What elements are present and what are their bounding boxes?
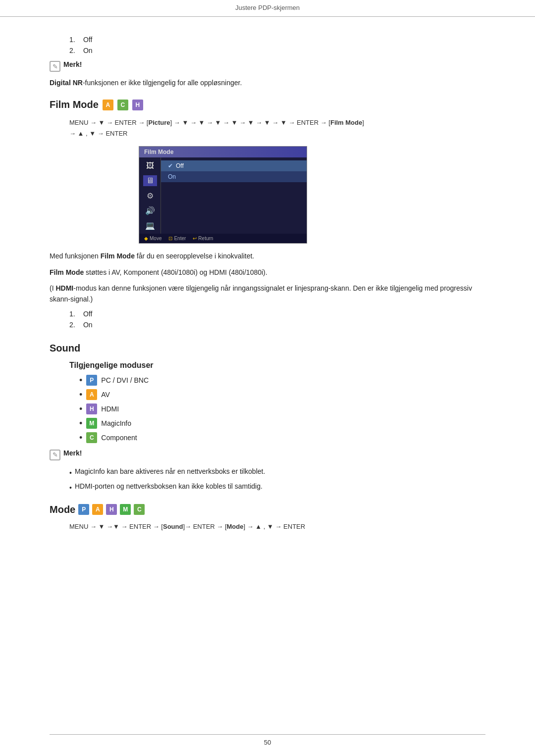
badge-a2: A xyxy=(86,389,97,400)
icon-item-5: 💻 xyxy=(143,220,157,231)
icon-item-2: 🖥 xyxy=(143,175,157,186)
footer-move-label: Move xyxy=(150,236,161,241)
footer-return: ↩ Return xyxy=(193,236,213,241)
mode-badge-p: P xyxy=(78,504,89,515)
note-bullet-text-1: MagicInfo kan bare aktiveres når en nett… xyxy=(75,466,265,477)
item1-label: Off xyxy=(83,36,92,44)
film-item2-num: 2. xyxy=(69,321,81,329)
magic-label: MagicInfo xyxy=(101,419,131,427)
badge-c: C xyxy=(117,100,128,110)
screenshot-title: Film Mode xyxy=(139,147,307,157)
return-icon: ↩ xyxy=(193,236,197,241)
film-mode-title: Film Mode xyxy=(50,99,99,110)
badge-a: A xyxy=(103,100,113,110)
film-mode-screenshot: Film Mode 🖼 🖥 ⚙ 🔊 💻 ✔Off On xyxy=(139,146,307,244)
sound-heading: Sound xyxy=(50,343,485,354)
bullet-dot-5: • xyxy=(79,433,82,442)
note-icon-2: ✎ xyxy=(50,450,60,460)
content-area: 1. Off 2. On ✎ Merk! Digital NR-funksjon… xyxy=(0,17,535,569)
note-label-1: Merk! xyxy=(63,60,82,68)
bullet-dot-3: • xyxy=(79,404,82,413)
pc-label: PC / DVI / BNC xyxy=(101,376,149,384)
move-icon: ◆ xyxy=(144,236,148,241)
menu-screenshot: Film Mode 🖼 🖥 ⚙ 🔊 💻 ✔Off On xyxy=(139,146,307,244)
item2-label: On xyxy=(83,47,93,54)
bullet-dot-4: • xyxy=(79,419,82,428)
note-bullet-1: • MagicInfo kan bare aktiveres når en ne… xyxy=(69,466,485,478)
badge-item-component: • C Component xyxy=(79,432,485,443)
film-list-item-1: 1. Off xyxy=(69,310,485,318)
note-dot-1: • xyxy=(69,468,72,478)
note-icon-1: ✎ xyxy=(50,61,60,72)
list-item-2: 2. On xyxy=(69,47,485,54)
film-list-item-2: 2. On xyxy=(69,321,485,329)
footer-enter-label: Enter xyxy=(174,236,186,241)
film-item1-num: 1. xyxy=(69,310,81,318)
badge-m: M xyxy=(86,418,97,429)
screenshot-icons: 🖼 🖥 ⚙ 🔊 💻 xyxy=(139,157,161,234)
mode-badge-a: A xyxy=(92,504,103,515)
icon-item-3: ⚙ xyxy=(143,190,157,201)
badge-h: H xyxy=(132,100,143,110)
footer-move: ◆ Move xyxy=(144,236,161,241)
option-on: On xyxy=(161,171,307,182)
screenshot-body: 🖼 🖥 ⚙ 🔊 💻 ✔Off On xyxy=(139,157,307,234)
film-mode-nav: MENU → ▼ → ENTER → [Picture] → ▼ → ▼ → ▼… xyxy=(69,117,485,139)
mode-badge-h: H xyxy=(106,504,117,515)
note-description-1: Digital NR-funksjonen er ikke tilgjengel… xyxy=(50,78,485,88)
film-mode-desc1: Med funksjonen Film Mode får du en seero… xyxy=(50,251,485,261)
screenshot-options: ✔Off On xyxy=(161,157,307,234)
screenshot-footer: ◆ Move ⊡ Enter ↩ Return xyxy=(139,234,307,243)
mode-badge-m: M xyxy=(120,504,131,515)
footer-return-label: Return xyxy=(198,236,213,241)
mode-heading: Mode P A H M C xyxy=(50,504,485,515)
film-mode-heading: Film Mode A C H xyxy=(50,99,485,110)
badge-g: C xyxy=(86,432,97,443)
badge-p: P xyxy=(86,375,97,386)
item2-number: 2. xyxy=(69,47,81,54)
list-item-1: 1. Off xyxy=(69,36,485,44)
av-label: AV xyxy=(101,391,110,399)
top-numbered-list: 1. Off 2. On xyxy=(69,36,485,54)
badge-item-av: • A AV xyxy=(79,389,485,400)
badge-item-magic: • M MagicInfo xyxy=(79,418,485,429)
hdmi-label: HDMI xyxy=(101,405,119,413)
icon-item-4: 🔊 xyxy=(143,205,157,216)
note-bullet-text-2: HDMI-porten og nettverksboksen kan ikke … xyxy=(75,481,263,492)
page-container: Justere PDP-skjermen 1. Off 2. On ✎ Merk… xyxy=(0,0,535,756)
sound-badge-list: • P PC / DVI / BNC • A AV • H HDMI • M M… xyxy=(79,375,485,443)
film-item1-label: Off xyxy=(83,310,92,318)
component-label: Component xyxy=(101,434,137,442)
film-mode-desc2: Film Mode støttes i AV, Komponent (480i/… xyxy=(50,267,485,278)
note-bullet-list: • MagicInfo kan bare aktiveres når en ne… xyxy=(69,466,485,493)
enter-icon: ⊡ xyxy=(168,236,172,241)
note-label-2: Merk! xyxy=(63,449,82,457)
film-mode-desc3: (I HDMI-modus kan denne funksjonen være … xyxy=(50,283,485,305)
item1-number: 1. xyxy=(69,36,81,44)
sound-sub-heading: Tilgjengelige moduser xyxy=(69,361,485,370)
page-header: Justere PDP-skjermen xyxy=(0,0,535,17)
film-item2-label: On xyxy=(83,321,93,329)
badge-item-hdmi: • H HDMI xyxy=(79,403,485,414)
header-title: Justere PDP-skjermen xyxy=(235,4,300,11)
note-block-1: ✎ Merk! xyxy=(50,60,485,72)
mode-title: Mode xyxy=(50,504,75,515)
badge-item-pc: • P PC / DVI / BNC xyxy=(79,375,485,386)
film-mode-list: 1. Off 2. On xyxy=(69,310,485,329)
note-dot-2: • xyxy=(69,483,72,493)
note-block-2: ✎ Merk! xyxy=(50,449,485,460)
note-bullet-2: • HDMI-porten og nettverksboksen kan ikk… xyxy=(69,481,485,493)
bottom-section: 50 xyxy=(0,734,535,746)
mode-badge-c: C xyxy=(134,504,145,515)
check-icon: ✔ xyxy=(168,162,173,169)
note-pencil-icon: ✎ xyxy=(53,63,58,70)
bullet-dot-1: • xyxy=(79,376,82,385)
mode-nav: MENU → ▼ →▼ → ENTER → [Sound]→ ENTER → [… xyxy=(69,521,485,532)
footer-enter: ⊡ Enter xyxy=(168,236,186,241)
bottom-rule xyxy=(50,734,485,735)
bullet-dot-2: • xyxy=(79,390,82,399)
option-off: ✔Off xyxy=(161,160,307,171)
note-pencil-icon-2: ✎ xyxy=(53,451,58,458)
page-number: 50 xyxy=(50,739,485,746)
icon-item-1: 🖼 xyxy=(143,160,157,171)
